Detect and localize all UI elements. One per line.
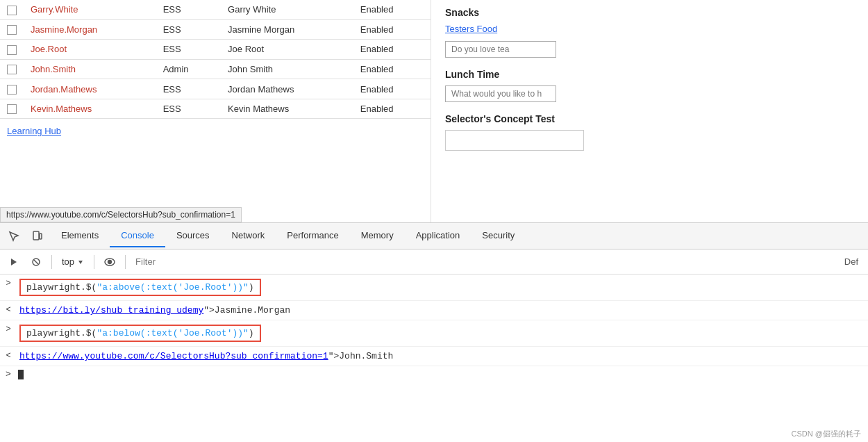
fullname-cell: Kevin Mathews (221, 99, 353, 119)
console-result-text: https://www.youtube.com/c/SelectorsHub?s… (17, 350, 868, 363)
fullname-cell: John Smith (221, 59, 353, 79)
status-cell: Enabled (353, 79, 431, 99)
username-link[interactable]: Kevin.Mathews (31, 104, 92, 114)
playwright-command: playwright.$("a:below(:text('Joe.Root'))… (19, 325, 261, 342)
status-cell: Enabled (353, 19, 431, 40)
table-row: Jasmine.Morgan ESS Jasmine Morgan Enable… (0, 19, 431, 40)
role-cell: ESS (156, 99, 221, 119)
filter-input[interactable] (131, 255, 836, 268)
console-command-text: playwright.$("a:below(:text('Joe.Root'))… (17, 323, 868, 343)
table-row: Joe.Root ESS Joe Root Enabled (0, 40, 431, 60)
devtools-panel: ElementsConsoleSourcesNetworkPerformance… (0, 222, 868, 442)
console-prefix: > (0, 323, 17, 334)
tab-memory[interactable]: Memory (350, 224, 405, 247)
console-command-line: >playwright.$("a:below(:text('Joe.Root')… (0, 320, 868, 347)
fullname-cell: Garry White (221, 0, 353, 19)
separator-1 (51, 255, 52, 269)
result-link[interactable]: https://bit.ly/shub_training_udemy (19, 305, 203, 316)
console-result-line: <https://www.youtube.com/c/SelectorsHub?… (0, 347, 868, 366)
prompt-char: > (0, 369, 17, 379)
tab-elements[interactable]: Elements (50, 224, 110, 247)
string-literal: "a:below(:text('Joe.Root'))" (97, 328, 248, 338)
url-tooltip: https://www.youtube.com/c/SelectorsHub?s… (0, 207, 242, 222)
testers-food-link[interactable]: Testers Food (445, 24, 854, 34)
username-link[interactable]: Jasmine.Morgan (31, 24, 97, 35)
playwright-command: playwright.$("a:above(:text('Joe.Root'))… (19, 279, 261, 296)
role-cell: Admin (156, 59, 221, 79)
console-prefix: > (0, 277, 17, 288)
tab-sources[interactable]: Sources (165, 224, 221, 247)
console-prompt[interactable]: > (0, 366, 868, 382)
csdn-watermark: CSDN @倔强的耗子 (792, 429, 861, 439)
user-table-section: Garry.White ESS Garry White Enabled Jasm… (0, 0, 431, 222)
table-row: Jordan.Mathews ESS Jordan Mathews Enable… (0, 79, 431, 99)
devtools-tabs-bar: ElementsConsoleSourcesNetworkPerformance… (0, 223, 868, 249)
status-cell: Enabled (353, 99, 431, 119)
role-cell: ESS (156, 40, 221, 60)
learning-hub-link[interactable]: Learning Hub (7, 126, 431, 136)
fullname-cell: Jasmine Morgan (221, 19, 353, 40)
table-row: John.Smith Admin John Smith Enabled (0, 59, 431, 79)
row-checkbox[interactable] (7, 6, 17, 15)
console-result-text: https://bit.ly/shub_training_udemy">Jasm… (17, 304, 868, 317)
right-panel: Snacks Testers Food Lunch Time Selector'… (431, 0, 868, 222)
row-checkbox[interactable] (7, 104, 17, 114)
execute-btn[interactable] (4, 252, 24, 272)
status-cell: Enabled (353, 0, 431, 19)
console-result-line: <https://bit.ly/shub_training_udemy">Jas… (0, 301, 868, 320)
console-prefix: < (0, 350, 17, 361)
username-link[interactable]: Jordan.Mathews (31, 84, 97, 95)
snacks-input[interactable] (445, 41, 556, 58)
svg-rect-1 (40, 234, 42, 239)
fullname-cell: Jordan Mathews (221, 79, 353, 99)
separator-3 (125, 255, 126, 269)
svg-marker-5 (78, 261, 83, 264)
username-link[interactable]: Garry.White (31, 4, 78, 15)
role-cell: ESS (156, 79, 221, 99)
selector-input-box[interactable] (445, 130, 584, 151)
username-link[interactable]: Joe.Root (31, 44, 67, 54)
console-content: >playwright.$("a:above(:text('Joe.Root')… (0, 275, 868, 442)
clear-console-btn[interactable] (26, 252, 46, 272)
top-label: top (62, 256, 74, 267)
tab-application[interactable]: Application (405, 224, 471, 247)
console-prefix: < (0, 304, 17, 315)
svg-rect-0 (33, 231, 39, 240)
role-cell: ESS (156, 19, 221, 40)
svg-line-4 (34, 260, 38, 264)
eye-icon[interactable] (100, 252, 119, 272)
table-row: Kevin.Mathews ESS Kevin Mathews Enabled (0, 99, 431, 119)
devtools-tabs-container: ElementsConsoleSourcesNetworkPerformance… (50, 224, 526, 247)
tab-performance[interactable]: Performance (276, 224, 349, 247)
separator-2 (94, 255, 94, 269)
row-checkbox[interactable] (7, 45, 17, 55)
tab-security[interactable]: Security (471, 224, 526, 247)
row-checkbox[interactable] (7, 85, 17, 95)
tab-network[interactable]: Network (221, 224, 276, 247)
selector-concept-title: Selector's Concept Test (445, 113, 854, 124)
role-cell: ESS (156, 0, 221, 19)
svg-point-7 (108, 260, 112, 263)
row-checkbox[interactable] (7, 65, 17, 74)
dropdown-arrow-icon (77, 259, 84, 265)
console-command-line: >playwright.$("a:above(:text('Joe.Root')… (0, 275, 868, 301)
user-table: Garry.White ESS Garry White Enabled Jasm… (0, 0, 431, 119)
top-dropdown[interactable]: top (58, 255, 88, 268)
svg-marker-2 (11, 259, 17, 265)
def-label: Def (839, 254, 864, 270)
username-link[interactable]: John.Smith (31, 64, 76, 74)
fullname-cell: Joe Root (221, 40, 353, 60)
devtools-toolbar: top Def (0, 249, 868, 275)
result-link[interactable]: https://www.youtube.com/c/SelectorsHub?s… (19, 351, 328, 361)
tab-console[interactable]: Console (110, 224, 165, 247)
lunch-title: Lunch Time (445, 69, 854, 80)
string-literal: "a:above(:text('Joe.Root'))" (97, 282, 248, 293)
device-toolbar-icon[interactable] (26, 225, 49, 247)
status-cell: Enabled (353, 40, 431, 60)
lunch-input[interactable] (445, 85, 556, 102)
table-row: Garry.White ESS Garry White Enabled (0, 0, 431, 19)
cursor (18, 370, 24, 379)
inspect-icon[interactable] (3, 225, 25, 247)
snacks-title: Snacks (445, 7, 854, 18)
row-checkbox[interactable] (7, 25, 17, 35)
